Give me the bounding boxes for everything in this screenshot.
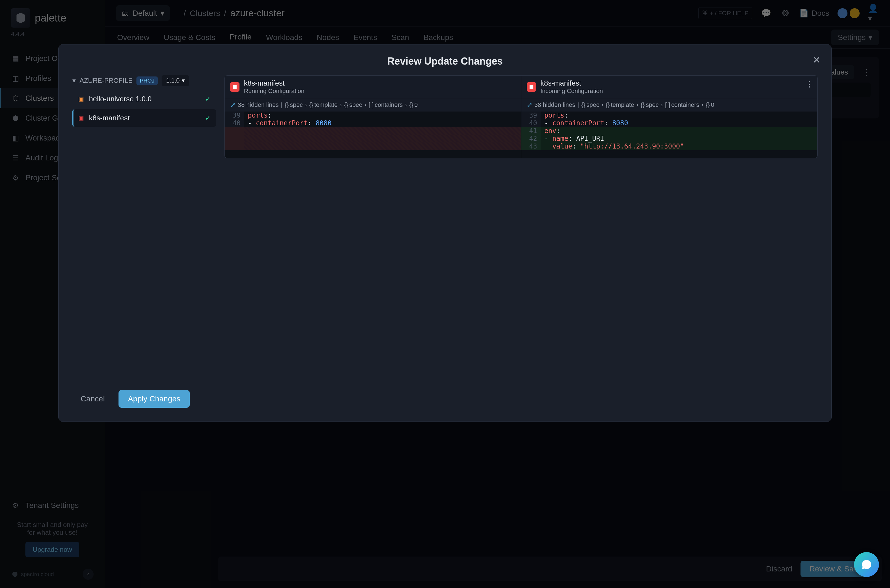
file-icon xyxy=(527,82,536,92)
diff-line-added: 42 - name: API_URI xyxy=(521,135,818,142)
file-icon: ▣ xyxy=(77,115,84,122)
crumb-sep: | xyxy=(577,101,579,108)
diff-line: 39 ports: xyxy=(225,111,521,119)
tree-item-label: hello-universe 1.0.0 xyxy=(89,94,152,103)
version-selector[interactable]: 1.1.0 ▾ xyxy=(162,75,189,86)
crumb-token: {} spec xyxy=(285,101,303,108)
line-number: 39 xyxy=(521,111,541,119)
crumb-token: {} 0 xyxy=(409,101,418,108)
diff-code: 39 ports: 40 - containerPort: 8080 xyxy=(225,111,521,150)
tree-item-label: k8s-manifest xyxy=(89,114,129,122)
diff-line: 39 ports: xyxy=(521,111,818,119)
diff-header: k8s-manifest Running Configuration xyxy=(225,76,521,98)
diff-line-removed xyxy=(225,127,521,135)
crumb-token: [ ] containers xyxy=(368,101,403,108)
version-value: 1.1.0 xyxy=(166,77,180,84)
crumb-token: {} spec xyxy=(581,101,599,108)
expand-icon[interactable]: ⤢ xyxy=(527,101,532,109)
line-content xyxy=(244,127,521,135)
file-icon: ▣ xyxy=(77,96,84,103)
diff-line-removed xyxy=(225,142,521,150)
line-number: 43 xyxy=(521,142,541,150)
line-number xyxy=(225,135,244,142)
chevron-right-icon: › xyxy=(364,101,366,108)
crumb-token: [ ] containers xyxy=(665,101,699,108)
chevron-right-icon: › xyxy=(636,101,638,108)
apply-changes-button[interactable]: Apply Changes xyxy=(119,390,190,408)
diff-pane-running: k8s-manifest Running Configuration ⤢ 38 … xyxy=(225,76,521,158)
crumb-token: {} spec xyxy=(344,101,362,108)
line-content xyxy=(244,135,521,142)
line-content: - containerPort: 8080 xyxy=(244,119,521,127)
diff-subtitle: Incoming Configuration xyxy=(541,87,603,94)
chevron-right-icon: › xyxy=(702,101,704,108)
modal-footer: Cancel Apply Changes xyxy=(72,390,818,408)
expand-icon[interactable]: ⤢ xyxy=(230,101,236,109)
check-icon: ✓ xyxy=(205,94,211,103)
diff-title: k8s-manifest xyxy=(541,79,603,87)
diff-line-removed xyxy=(225,135,521,142)
chevron-right-icon: › xyxy=(340,101,342,108)
diff-code: 39 ports: 40 - containerPort: 8080 41 en… xyxy=(521,111,818,150)
crumb-sep: | xyxy=(281,101,283,108)
diff-line-added: 43 value: "http://13.64.243.90:3000" xyxy=(521,142,818,150)
hidden-lines-label: 38 hidden lines xyxy=(535,101,575,108)
line-number xyxy=(225,127,244,135)
review-changes-modal: Review Update Changes ✕ ▾ AZURE-PROFILE … xyxy=(58,44,832,422)
modal-body: ▾ AZURE-PROFILE PROJ 1.1.0 ▾ ▣ hello-uni… xyxy=(72,75,818,379)
line-content: value: "http://13.64.243.90:3000" xyxy=(541,142,818,150)
profile-name: AZURE-PROFILE xyxy=(80,77,132,84)
modal-tree: ▾ AZURE-PROFILE PROJ 1.1.0 ▾ ▣ hello-uni… xyxy=(72,75,216,379)
svg-rect-1 xyxy=(233,85,237,89)
line-content xyxy=(244,142,521,150)
line-number: 42 xyxy=(521,135,541,142)
tree-item-k8s-manifest[interactable]: ▣ k8s-manifest ✓ xyxy=(72,110,216,127)
diff-breadcrumb[interactable]: ⤢ 38 hidden lines | {} spec › {} templat… xyxy=(521,98,818,111)
diff-title: k8s-manifest xyxy=(244,79,304,87)
line-number xyxy=(225,142,244,150)
chat-bubble-icon xyxy=(860,558,873,571)
crumb-token: {} spec xyxy=(640,101,658,108)
chevron-right-icon: › xyxy=(305,101,307,108)
diff-title-block: k8s-manifest Running Configuration xyxy=(244,79,304,94)
help-fab[interactable] xyxy=(854,552,879,577)
tree-item-hello-universe[interactable]: ▣ hello-universe 1.0.0 ✓ xyxy=(72,90,216,108)
more-icon[interactable]: ⋮ xyxy=(805,79,813,88)
check-icon: ✓ xyxy=(205,114,211,122)
line-content: - containerPort: 8080 xyxy=(541,119,818,127)
crumb-token: {} template xyxy=(309,101,338,108)
modal-title: Review Update Changes xyxy=(72,56,818,67)
chevron-right-icon: › xyxy=(661,101,663,108)
crumb-token: {} 0 xyxy=(706,101,714,108)
line-number: 40 xyxy=(225,119,244,127)
chevron-right-icon: › xyxy=(601,101,603,108)
diff-header: k8s-manifest Incoming Configuration xyxy=(521,76,818,98)
line-content: ports: xyxy=(541,111,818,119)
diff-subtitle: Running Configuration xyxy=(244,87,304,94)
diff-line: 40 - containerPort: 8080 xyxy=(521,119,818,127)
project-tag: PROJ xyxy=(137,76,158,85)
diff-pane-incoming: ⋮ k8s-manifest Incoming Configuration ⤢ … xyxy=(521,76,818,158)
hidden-lines-label: 38 hidden lines xyxy=(238,101,279,108)
modal-overlay: Review Update Changes ✕ ▾ AZURE-PROFILE … xyxy=(0,0,890,588)
chevron-down-icon: ▾ xyxy=(182,77,185,84)
cancel-button[interactable]: Cancel xyxy=(72,390,113,408)
svg-rect-2 xyxy=(529,85,534,89)
diff-line-added: 41 env: xyxy=(521,127,818,135)
diff-view: k8s-manifest Running Configuration ⤢ 38 … xyxy=(224,75,818,158)
line-number: 41 xyxy=(521,127,541,135)
line-content: ports: xyxy=(244,111,521,119)
diff-title-block: k8s-manifest Incoming Configuration xyxy=(541,79,603,94)
chevron-down-icon[interactable]: ▾ xyxy=(72,77,76,84)
crumb-token: {} template xyxy=(606,101,634,108)
diff-line: 40 - containerPort: 8080 xyxy=(225,119,521,127)
line-content: - name: API_URI xyxy=(541,135,818,142)
file-icon xyxy=(230,82,239,92)
line-number: 40 xyxy=(521,119,541,127)
tree-header: ▾ AZURE-PROFILE PROJ 1.1.0 ▾ xyxy=(72,75,216,86)
line-number: 39 xyxy=(225,111,244,119)
diff-breadcrumb[interactable]: ⤢ 38 hidden lines | {} spec › {} templat… xyxy=(225,98,521,111)
close-icon[interactable]: ✕ xyxy=(813,54,820,65)
chevron-right-icon: › xyxy=(405,101,407,108)
line-content: env: xyxy=(541,127,818,135)
